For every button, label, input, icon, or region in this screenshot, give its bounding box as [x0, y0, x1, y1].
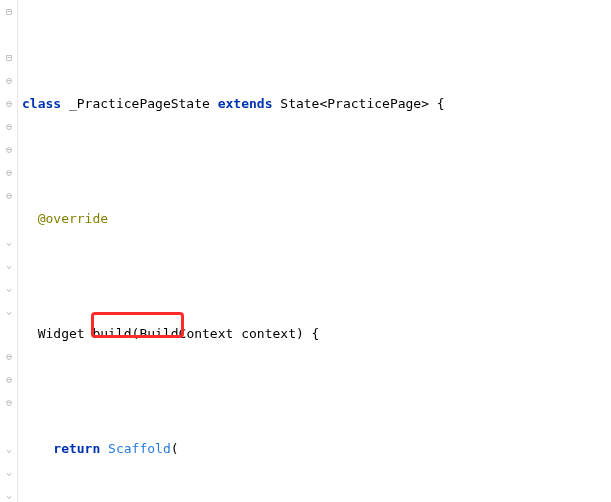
keyword: return	[53, 437, 100, 460]
keyword: class	[22, 92, 61, 115]
param-type: BuildContext	[139, 322, 233, 345]
fold-toggle[interactable]: ⊖	[2, 97, 16, 111]
annotation: @override	[38, 207, 108, 230]
punct: >	[421, 92, 429, 115]
fold-toggle[interactable]: ⊖	[2, 189, 16, 203]
fold-toggle[interactable]: ⊟	[2, 51, 16, 65]
method-name: build	[92, 322, 131, 345]
fold-mark: ⌄	[2, 465, 16, 479]
return-type: Widget	[38, 322, 85, 345]
fold-toggle[interactable]: ⊖	[2, 396, 16, 410]
gutter: ⊟ ⊟ ⊖ ⊖ ⊖ ⊖ ⊖ ⊖ ⌄ ⌄ ⌄ ⌄ ⊖ ⊖ ⊖ ⌄ ⌄ ⌄	[0, 0, 18, 502]
fold-mark: ⌄	[2, 488, 16, 502]
type: PracticePage	[327, 92, 421, 115]
code-editor[interactable]: class _PracticePageState extends State <…	[18, 0, 611, 502]
keyword: extends	[218, 92, 273, 115]
constructor: Scaffold	[108, 437, 171, 460]
fold-mark: ⌄	[2, 442, 16, 456]
punct: <	[319, 92, 327, 115]
fold-toggle[interactable]: ⊟	[2, 5, 16, 19]
brace: {	[429, 92, 445, 115]
fold-mark: ⌄	[2, 281, 16, 295]
paren: (	[171, 437, 179, 460]
fold-toggle[interactable]: ⊖	[2, 74, 16, 88]
fold-toggle[interactable]: ⊖	[2, 373, 16, 387]
code-line: Widget build ( BuildContext context ) {	[22, 322, 611, 345]
fold-toggle[interactable]: ⊖	[2, 166, 16, 180]
class-name: _PracticePageState	[69, 92, 210, 115]
brace: ) {	[296, 322, 319, 345]
fold-mark: ⌄	[2, 304, 16, 318]
code-line: return Scaffold (	[22, 437, 611, 460]
param-name: context	[241, 322, 296, 345]
code-line: @override	[22, 207, 611, 230]
fold-toggle[interactable]: ⊖	[2, 350, 16, 364]
type: State	[280, 92, 319, 115]
fold-toggle[interactable]: ⊖	[2, 143, 16, 157]
fold-mark: ⌄	[2, 235, 16, 249]
fold-toggle[interactable]: ⊖	[2, 120, 16, 134]
code-line: class _PracticePageState extends State <…	[22, 92, 611, 115]
fold-mark: ⌄	[2, 258, 16, 272]
